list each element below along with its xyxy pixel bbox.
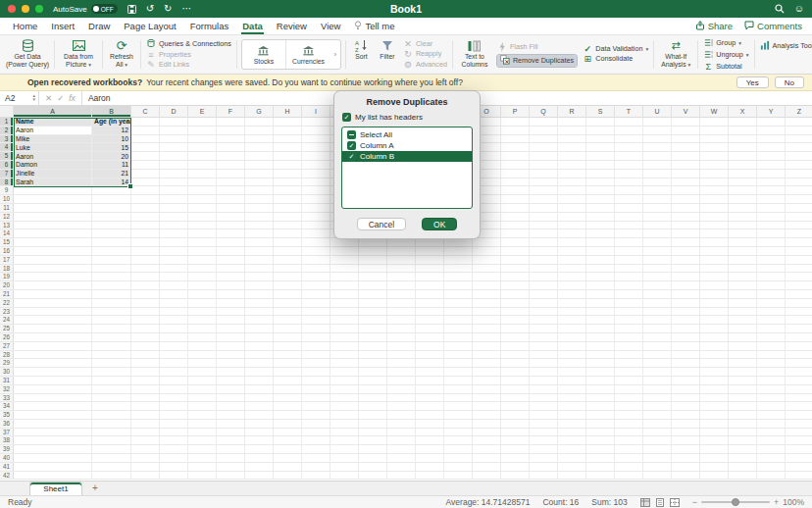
cell-E2[interactable]: [188, 127, 217, 134]
cell-G38[interactable]: [245, 436, 274, 444]
cell-A36[interactable]: [14, 420, 92, 428]
cell-X32[interactable]: [729, 385, 757, 393]
cell-D40[interactable]: [160, 454, 188, 462]
cell-F18[interactable]: [217, 265, 245, 273]
cell-E11[interactable]: [188, 204, 217, 212]
cell-D30[interactable]: [160, 368, 188, 376]
cell-I34[interactable]: [302, 402, 330, 410]
cell-E14[interactable]: [188, 229, 217, 237]
cell-Q35[interactable]: [530, 411, 558, 419]
cell-Y26[interactable]: [757, 333, 786, 341]
cell-G16[interactable]: [245, 247, 274, 255]
no-button[interactable]: No: [775, 76, 804, 88]
cell-H42[interactable]: [274, 472, 302, 480]
cell-A20[interactable]: [14, 281, 92, 289]
cell-D11[interactable]: [160, 204, 188, 212]
cell-Y38[interactable]: [757, 436, 786, 444]
cell-H33[interactable]: [274, 394, 302, 402]
cell-I28[interactable]: [302, 351, 330, 359]
cell-X10[interactable]: [729, 195, 757, 203]
cell-D24[interactable]: [160, 316, 188, 324]
cell-Z11[interactable]: [786, 204, 812, 212]
cell-N20[interactable]: [444, 281, 473, 289]
cell-I18[interactable]: [302, 265, 330, 273]
cell-C27[interactable]: [131, 342, 160, 350]
cell-C29[interactable]: [131, 359, 160, 367]
cell-D15[interactable]: [160, 238, 188, 246]
comments-button[interactable]: Comments: [744, 21, 802, 32]
cell-C17[interactable]: [131, 256, 160, 264]
cell-W16[interactable]: [700, 247, 729, 255]
cell-R28[interactable]: [558, 351, 586, 359]
cell-Q9[interactable]: [530, 186, 558, 194]
cell-S12[interactable]: [586, 213, 615, 221]
cell-Y5[interactable]: [757, 152, 786, 160]
cell-Q7[interactable]: [530, 170, 558, 178]
cell-I12[interactable]: [302, 213, 330, 221]
cell-W12[interactable]: [700, 213, 729, 221]
tab-page-layout[interactable]: Page Layout: [117, 18, 182, 34]
cell-V10[interactable]: [672, 195, 700, 203]
cell-X34[interactable]: [729, 402, 757, 410]
cell-Q26[interactable]: [530, 333, 558, 341]
cell-P24[interactable]: [501, 316, 530, 324]
cell-D10[interactable]: [160, 195, 188, 203]
filter-button[interactable]: Filter: [375, 37, 400, 72]
cell-S21[interactable]: [586, 290, 615, 298]
cell-R12[interactable]: [558, 213, 586, 221]
column-b-checkbox[interactable]: [347, 152, 356, 161]
cell-F25[interactable]: [217, 325, 245, 332]
cell-Y27[interactable]: [757, 342, 786, 350]
cell-V8[interactable]: [672, 178, 700, 186]
cell-A6[interactable]: Damon: [14, 161, 92, 169]
cell-D19[interactable]: [160, 273, 188, 280]
cell-G22[interactable]: [245, 299, 274, 307]
cell-N22[interactable]: [444, 299, 473, 307]
cell-S8[interactable]: [586, 178, 615, 186]
stocks-data-type[interactable]: Stocks: [242, 40, 286, 69]
cell-F17[interactable]: [217, 256, 245, 264]
cell-D4[interactable]: [160, 143, 188, 151]
cell-B1[interactable]: Age (in years): [92, 118, 131, 126]
cell-Z38[interactable]: [786, 436, 812, 444]
cell-O32[interactable]: [473, 385, 501, 393]
cell-P42[interactable]: [501, 472, 530, 480]
cell-O41[interactable]: [473, 463, 501, 471]
cell-Z15[interactable]: [786, 238, 812, 246]
cell-Y7[interactable]: [757, 170, 786, 178]
cell-E41[interactable]: [188, 463, 217, 471]
cell-Y8[interactable]: [757, 178, 786, 186]
cell-F30[interactable]: [217, 368, 245, 376]
page-break-view-icon[interactable]: [670, 498, 680, 507]
cell-B40[interactable]: [92, 454, 131, 462]
cell-A16[interactable]: [14, 247, 92, 255]
cell-I36[interactable]: [302, 420, 330, 428]
cell-D12[interactable]: [160, 213, 188, 221]
cell-I37[interactable]: [302, 429, 330, 436]
cell-A39[interactable]: [14, 445, 92, 453]
cell-D41[interactable]: [160, 463, 188, 471]
cell-M20[interactable]: [416, 281, 444, 289]
column-header-U[interactable]: U: [643, 106, 672, 117]
cell-R31[interactable]: [558, 377, 586, 384]
cell-R9[interactable]: [558, 186, 586, 194]
gallery-scroll-button[interactable]: ›: [330, 40, 340, 69]
cell-C10[interactable]: [131, 195, 160, 203]
cell-R24[interactable]: [558, 316, 586, 324]
cell-Q16[interactable]: [530, 247, 558, 255]
cell-R39[interactable]: [558, 445, 586, 453]
cell-G23[interactable]: [245, 308, 274, 316]
cell-G7[interactable]: [245, 170, 274, 178]
cell-W36[interactable]: [700, 420, 729, 428]
cell-T30[interactable]: [615, 368, 643, 376]
cell-Q37[interactable]: [530, 429, 558, 436]
cell-W25[interactable]: [700, 325, 729, 332]
cell-J29[interactable]: [330, 359, 359, 367]
row-header-20[interactable]: 20: [0, 281, 14, 289]
sheet-tab-sheet1[interactable]: Sheet1: [29, 482, 82, 495]
cell-U40[interactable]: [643, 454, 672, 462]
cell-G9[interactable]: [245, 186, 274, 194]
cell-I24[interactable]: [302, 316, 330, 324]
cell-T7[interactable]: [615, 170, 643, 178]
cell-W18[interactable]: [700, 265, 729, 273]
